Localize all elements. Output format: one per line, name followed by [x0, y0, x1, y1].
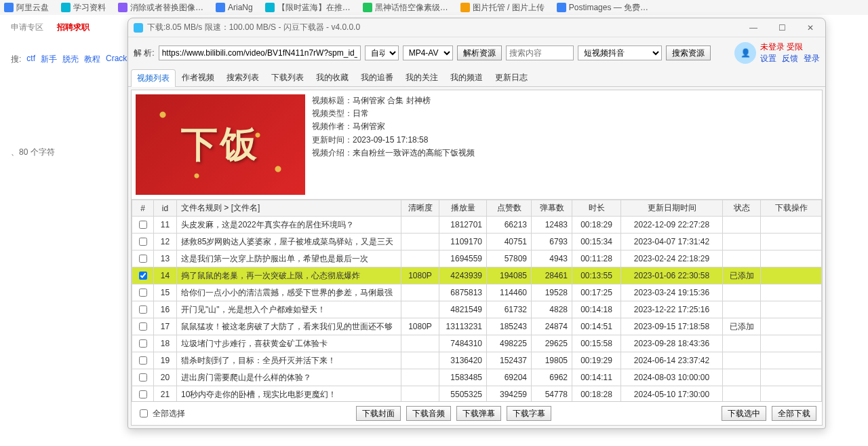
column-header[interactable]: 状态 — [723, 200, 761, 217]
column-header[interactable]: 文件名规则 > [文件名] — [177, 200, 401, 217]
cell-action[interactable] — [761, 386, 822, 402]
row-checkbox[interactable] — [139, 289, 147, 297]
cell-name: 开门见"山"，光是想入个户都难如登天！ — [177, 301, 401, 318]
back-link[interactable]: ctf — [26, 54, 35, 65]
tab-3[interactable]: 下载列表 — [265, 69, 310, 86]
browser-tab[interactable]: 消除或者替换图像… — [118, 2, 203, 14]
column-header[interactable]: 弹幕数 — [532, 200, 572, 217]
column-header[interactable]: # — [132, 200, 154, 217]
tab-1[interactable]: 作者视频 — [176, 69, 220, 86]
table-row[interactable]: 16开门见"山"，光是想入个户都难如登天！482154961732482800:… — [132, 301, 822, 318]
tab-4[interactable]: 我的收藏 — [310, 69, 355, 86]
tab-7[interactable]: 我的频道 — [444, 69, 489, 86]
parse-button[interactable]: 解析资源 — [457, 45, 502, 60]
cell-status — [723, 386, 761, 402]
footer-btn-下载选中[interactable]: 下载选中 — [722, 406, 766, 421]
row-checkbox[interactable] — [139, 305, 147, 314]
column-header[interactable]: id — [154, 200, 177, 217]
row-checkbox[interactable] — [139, 255, 147, 263]
back-section[interactable]: 申请专区 — [11, 22, 43, 33]
footer-btn-下载字幕[interactable]: 下载字幕 — [507, 406, 551, 421]
row-checkbox[interactable] — [139, 356, 147, 365]
row-checkbox[interactable] — [139, 373, 147, 382]
column-header[interactable]: 点赞数 — [487, 200, 532, 217]
user-link-反馈[interactable]: 反馈 — [782, 53, 798, 64]
tab-5[interactable]: 我的追番 — [355, 69, 399, 86]
table-row[interactable]: 12拯救85岁网购达人婆婆家，屋子被堆成菜鸟驿站，又是三天11091704075… — [132, 234, 822, 250]
back-hiring[interactable]: 招聘求职 — [57, 22, 90, 33]
table-row[interactable]: 20进出房门需要爬山是什么样的体验？158348569204696200:14:… — [132, 369, 822, 386]
cell-action[interactable] — [761, 234, 822, 250]
row-checkbox[interactable] — [139, 238, 147, 246]
cell-action[interactable] — [761, 284, 822, 301]
cell-date: 2024-08-03 10:00:00 — [621, 369, 723, 386]
row-checkbox[interactable] — [139, 272, 147, 280]
table-row[interactable]: 19猎杀时刻到了，目标：全员歼灭并活下来！3136420152437198050… — [132, 352, 822, 369]
avatar[interactable]: 👤 — [734, 42, 756, 64]
select-all-checkbox[interactable]: 全部选择 — [137, 407, 185, 420]
back-link[interactable]: 新手 — [41, 54, 57, 65]
browser-tab[interactable]: 学习资料 — [61, 2, 106, 14]
close-icon[interactable]: ✕ — [801, 23, 820, 33]
auto-select[interactable]: 自动 — [365, 45, 399, 60]
format-select[interactable]: MP4-AVC — [403, 45, 453, 60]
footer-btn-下载音频[interactable]: 下载音频 — [406, 406, 451, 421]
tab-6[interactable]: 我的关注 — [399, 69, 444, 86]
row-checkbox[interactable] — [139, 322, 147, 331]
table-row[interactable]: 2110秒内夺走你的卧槽，现实比电影更魔幻！550532539425954778… — [132, 386, 822, 402]
search-type-select[interactable]: 短视频抖音 — [578, 45, 662, 60]
cell-name: 鼠鼠猛攻！被这老房破了大防了，看来我们见的世面还不够 — [177, 318, 401, 335]
table-row[interactable]: 17鼠鼠猛攻！被这老房破了大防了，看来我们见的世面还不够1080P1311323… — [132, 318, 822, 335]
footer-btn-下载封面[interactable]: 下载封面 — [356, 406, 401, 421]
footer-btn-全部下载[interactable]: 全部下载 — [772, 406, 816, 421]
table-row[interactable]: 11头皮发麻，这是2022年真实存在的居住环境吗？181270166213124… — [132, 217, 822, 234]
video-table[interactable]: #id文件名规则 > [文件名]清晰度播放量点赞数弹幕数时长更新日期时间状态下载… — [132, 200, 822, 401]
cell-action[interactable] — [761, 301, 822, 318]
cell-date: 2023-09-28 18:43:36 — [621, 335, 723, 352]
cell-dur: 00:15:34 — [572, 234, 621, 250]
search-button[interactable]: 搜索资源 — [666, 45, 711, 60]
cell-status: 已添加 — [723, 267, 761, 284]
cell-action[interactable] — [761, 369, 822, 386]
user-link-设置[interactable]: 设置 — [760, 53, 776, 64]
row-checkbox[interactable] — [139, 339, 147, 348]
cell-action[interactable] — [761, 335, 822, 352]
column-header[interactable]: 时长 — [572, 200, 621, 217]
cell-action[interactable] — [761, 352, 822, 369]
browser-tab[interactable]: 黑神话悟空像素级… — [363, 2, 448, 14]
search-input[interactable] — [506, 45, 574, 60]
browser-tab[interactable]: Postimages — 免费… — [557, 2, 648, 14]
table-row[interactable]: 18垃圾堵门寸步难行，喜获黄金矿工体验卡74843104982252962500… — [132, 335, 822, 352]
cell-action[interactable] — [761, 318, 822, 335]
footer-btn-下载弹幕[interactable]: 下载弹幕 — [456, 406, 501, 421]
row-checkbox[interactable] — [139, 221, 147, 229]
table-row[interactable]: 15给你们一点小小的清洁震撼，感受下世界的参差，马俐最强687581311446… — [132, 284, 822, 301]
cell-action[interactable] — [761, 217, 822, 234]
cell-likes: 114460 — [487, 284, 532, 301]
back-link[interactable]: 脱壳 — [62, 54, 79, 65]
minimize-icon[interactable]: — — [744, 23, 763, 33]
column-header[interactable]: 清晰度 — [401, 200, 439, 217]
column-header[interactable]: 更新日期时间 — [621, 200, 723, 217]
url-input[interactable] — [159, 45, 361, 60]
back-link[interactable]: 教程 — [84, 54, 100, 65]
column-header[interactable]: 播放量 — [439, 200, 487, 217]
browser-tab[interactable]: 图片托管 / 图片上传 — [460, 2, 545, 14]
cell-action[interactable] — [761, 250, 822, 267]
tab-8[interactable]: 更新日志 — [489, 69, 534, 86]
browser-tab[interactable]: 【限时蓝海】在推… — [265, 2, 351, 14]
cell-plays: 4821549 — [439, 301, 487, 318]
row-checkbox[interactable] — [139, 390, 147, 398]
table-row[interactable]: 13这是我们第一次穿上防护服出单，希望也是最后一次169455957809494… — [132, 250, 822, 267]
meta-update: 2023-09-15 17:18:58 — [353, 135, 428, 145]
tab-0[interactable]: 视频列表 — [131, 69, 176, 87]
table-row[interactable]: 14捣了鼠鼠的老巢，再一次突破上限，心态彻底爆炸1080P42439391940… — [132, 267, 822, 284]
cell-date: 2024-06-14 23:37:42 — [621, 352, 723, 369]
tab-2[interactable]: 搜索列表 — [220, 69, 265, 86]
maximize-icon[interactable]: ☐ — [772, 23, 791, 33]
column-header[interactable]: 下载操作 — [761, 200, 822, 217]
browser-tab[interactable]: 阿里云盘 — [4, 2, 49, 14]
cell-action[interactable] — [761, 267, 822, 284]
browser-tab[interactable]: AriaNg — [216, 3, 253, 12]
user-link-登录[interactable]: 登录 — [804, 53, 820, 64]
